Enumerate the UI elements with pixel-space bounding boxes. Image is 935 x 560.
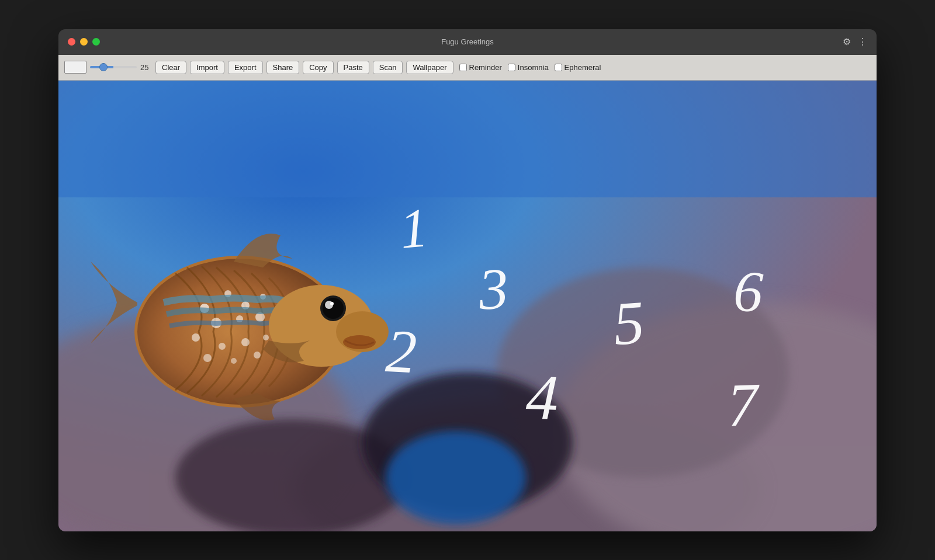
close-button[interactable] (68, 38, 75, 46)
insomnia-checkbox[interactable] (508, 64, 515, 71)
insomnia-checkbox-label[interactable]: Insomnia (508, 63, 549, 72)
extensions-icon[interactable]: ⚙ (843, 36, 851, 47)
share-button[interactable]: Share (266, 61, 300, 74)
color-swatch[interactable] (64, 61, 86, 74)
menu-icon[interactable]: ⋮ (858, 36, 867, 47)
copy-button[interactable]: Copy (303, 61, 333, 74)
maximize-button[interactable] (92, 38, 100, 46)
svg-text:3: 3 (477, 256, 510, 322)
import-button[interactable]: Import (190, 61, 224, 74)
window-title: Fugu Greetings (441, 37, 494, 46)
svg-text:4: 4 (525, 361, 559, 433)
svg-point-28 (343, 335, 376, 349)
insomnia-label: Insomnia (518, 63, 549, 72)
wallpaper-button[interactable]: Wallpaper (406, 61, 453, 74)
export-button[interactable]: Export (228, 61, 263, 74)
svg-point-30 (323, 298, 344, 319)
ephemeral-checkbox[interactable] (555, 64, 562, 71)
svg-point-24 (231, 358, 237, 364)
svg-text:2: 2 (384, 316, 418, 386)
svg-point-19 (192, 333, 200, 342)
brush-size-value: 25 (140, 63, 152, 72)
reminder-label: Reminder (469, 63, 502, 72)
svg-text:7: 7 (726, 370, 762, 439)
background-scene: 1 2 3 4 5 6 7 (58, 81, 877, 531)
titlebar: Fugu Greetings ⚙ ⋮ (58, 29, 877, 55)
scan-button[interactable]: Scan (373, 61, 403, 74)
svg-point-32 (330, 302, 334, 305)
brush-size-slider[interactable] (90, 66, 137, 68)
paste-button[interactable]: Paste (337, 61, 369, 74)
app-window: Fugu Greetings ⚙ ⋮ 25 Clear Import Expor… (58, 29, 877, 531)
options-group: Reminder Insomnia Ephemeral (459, 63, 601, 72)
minimize-button[interactable] (80, 38, 88, 46)
svg-text:5: 5 (611, 287, 647, 357)
svg-point-25 (254, 352, 261, 359)
clear-button[interactable]: Clear (155, 61, 186, 74)
svg-point-8 (386, 431, 526, 524)
canvas-area[interactable]: 1 2 3 4 5 6 7 (58, 81, 877, 531)
reminder-checkbox-label[interactable]: Reminder (459, 63, 502, 72)
ephemeral-checkbox-label[interactable]: Ephemeral (555, 63, 601, 72)
svg-text:6: 6 (732, 258, 764, 324)
traffic-lights (68, 38, 100, 46)
svg-point-20 (219, 343, 226, 350)
titlebar-actions: ⚙ ⋮ (843, 36, 867, 47)
svg-point-22 (263, 335, 269, 340)
svg-point-23 (203, 354, 212, 362)
reminder-checkbox[interactable] (459, 64, 467, 71)
svg-point-21 (241, 338, 250, 346)
svg-rect-1 (58, 81, 877, 197)
ephemeral-label: Ephemeral (565, 63, 601, 72)
toolbar: 25 Clear Import Export Share Copy Paste … (58, 55, 877, 81)
svg-text:1: 1 (397, 196, 430, 260)
brush-size-control: 25 (90, 63, 152, 72)
